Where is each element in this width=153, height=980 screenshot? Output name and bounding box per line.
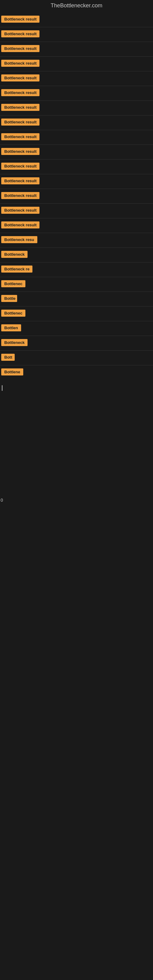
bottleneck-badge[interactable]: Bottleneck result [1, 16, 40, 23]
bottleneck-badge[interactable]: Bottleneck result [1, 162, 40, 170]
bottleneck-badge[interactable]: Bottleneck result [1, 192, 40, 199]
list-item: Bottleneck re [0, 262, 153, 277]
list-item: Bottleneck result [0, 218, 153, 233]
list-item: Bottleneck result [0, 72, 153, 86]
list-item: Bott [0, 351, 153, 365]
bottleneck-badge[interactable]: Bottleneck result [1, 119, 40, 126]
bottom-char-area: 0 [0, 496, 153, 503]
list-item: Bottle [0, 292, 153, 306]
list-item: Bottlenec [0, 307, 153, 321]
list-item: Bottleneck result [0, 42, 153, 56]
text-cursor [2, 385, 2, 391]
cursor-area [0, 380, 153, 392]
bottleneck-badge[interactable]: Bottleneck result [1, 89, 40, 96]
bottleneck-badge[interactable]: Bottle [1, 295, 17, 302]
list-item: Bottleneck [0, 336, 153, 350]
bottleneck-badge[interactable]: Bottleneck result [1, 60, 40, 67]
list-item: Bottleneck result [0, 27, 153, 41]
list-item: Bottlen [0, 321, 153, 336]
bottleneck-badge[interactable]: Bottleneck result [1, 207, 40, 214]
bottleneck-badge[interactable]: Bottleneck result [1, 45, 40, 52]
list-item: Bottleneck result [0, 145, 153, 159]
list-item: Bottleneck [0, 248, 153, 262]
bottleneck-badge[interactable]: Bott [1, 354, 15, 361]
bottleneck-badge[interactable]: Bottleneck result [1, 30, 40, 37]
list-item: Bottleneck resu [0, 233, 153, 247]
list-item: Bottleneck result [0, 115, 153, 130]
bottleneck-badge[interactable]: Bottlenec [1, 280, 26, 287]
bottleneck-badge[interactable]: Bottleneck re [1, 266, 32, 272]
bottleneck-badge[interactable]: Bottleneck resu [1, 236, 37, 243]
list-item: Bottlene [0, 365, 153, 380]
list-item: Bottleneck result [0, 13, 153, 27]
list-item: Bottleneck result [0, 174, 153, 189]
bottleneck-badge[interactable]: Bottleneck result [1, 177, 40, 185]
list-item: Bottleneck result [0, 86, 153, 100]
bottleneck-badge[interactable]: Bottleneck result [1, 75, 40, 81]
bottleneck-badge[interactable]: Bottlenec [1, 310, 26, 317]
site-title: TheBottlenecker.com [0, 0, 153, 13]
bottleneck-badge[interactable]: Bottlen [1, 324, 21, 331]
list-item: Bottleneck result [0, 130, 153, 145]
bottleneck-badge[interactable]: Bottleneck result [1, 148, 40, 155]
bottleneck-badge[interactable]: Bottleneck result [1, 221, 40, 229]
bottleneck-badge[interactable]: Bottlene [1, 368, 23, 375]
bottleneck-badge[interactable]: Bottleneck result [1, 104, 40, 111]
list-item: Bottleneck result [0, 101, 153, 115]
list-item: Bottleneck result [0, 204, 153, 218]
bottleneck-badge[interactable]: Bottleneck result [1, 133, 40, 140]
list-item: Bottlenec [0, 277, 153, 291]
bottleneck-badge[interactable]: Bottleneck [1, 251, 27, 258]
bottleneck-badge[interactable]: Bottleneck [1, 339, 27, 346]
list-item: Bottleneck result [0, 159, 153, 174]
bottom-character: 0 [1, 498, 3, 503]
list-item: Bottleneck result [0, 57, 153, 71]
list-item: Bottleneck result [0, 189, 153, 204]
